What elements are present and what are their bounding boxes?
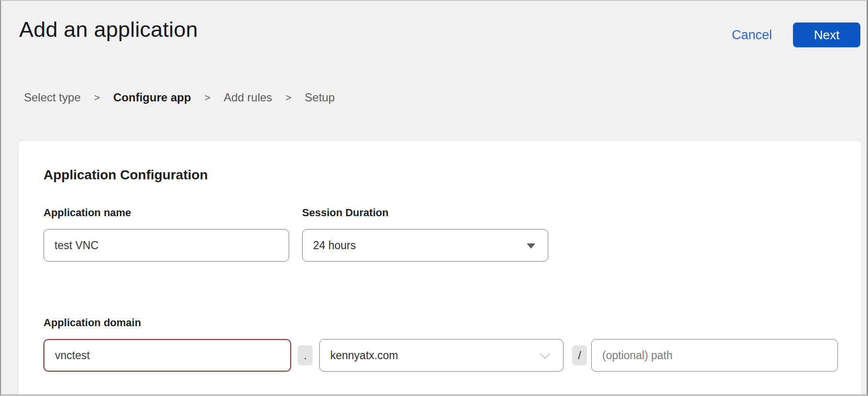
breadcrumb-step-add-rules[interactable]: Add rules	[224, 91, 272, 104]
session-duration-label: Session Duration	[302, 207, 389, 219]
application-name-input[interactable]	[43, 229, 289, 262]
breadcrumb-separator: >	[205, 92, 210, 103]
application-name-label: Application name	[43, 207, 131, 219]
session-duration-value: 24 hours	[313, 239, 356, 252]
caret-down-icon	[527, 243, 535, 249]
breadcrumb-separator: >	[285, 92, 291, 103]
next-button[interactable]: Next	[793, 22, 860, 47]
chevron-down-icon	[540, 349, 550, 359]
page-title: Add an application	[19, 17, 198, 42]
dot-separator: .	[298, 345, 313, 365]
domain-select-value: kennyatx.com	[330, 349, 398, 362]
breadcrumb: Select type > Configure app > Add rules …	[24, 91, 335, 104]
subdomain-input[interactable]	[43, 339, 291, 372]
header-actions: Cancel Next	[732, 22, 860, 47]
application-domain-label: Application domain	[43, 317, 141, 329]
breadcrumb-step-setup[interactable]: Setup	[305, 91, 335, 104]
add-application-page: Add an application Cancel Next Select ty…	[0, 0, 868, 396]
section-title: Application Configuration	[43, 167, 208, 183]
cancel-button[interactable]: Cancel	[732, 28, 772, 43]
slash-separator: /	[572, 345, 587, 365]
breadcrumb-separator: >	[94, 92, 100, 103]
breadcrumb-step-select-type[interactable]: Select type	[24, 91, 81, 104]
domain-select[interactable]: kennyatx.com	[319, 339, 564, 372]
configuration-card: Application Configuration Application na…	[18, 140, 862, 396]
path-input[interactable]	[591, 339, 838, 372]
breadcrumb-step-configure-app[interactable]: Configure app	[113, 91, 191, 104]
session-duration-select[interactable]: 24 hours	[302, 229, 548, 262]
